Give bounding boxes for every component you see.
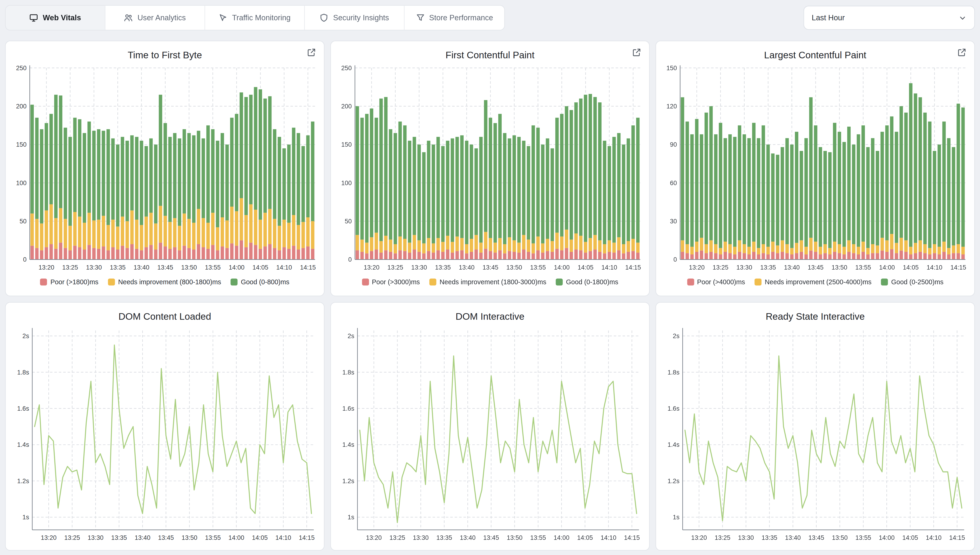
svg-text:60: 60 <box>670 179 677 186</box>
svg-text:13:20: 13:20 <box>41 534 57 541</box>
bar-series <box>681 83 965 260</box>
line-series <box>360 356 637 523</box>
svg-text:1.4s: 1.4s <box>343 441 354 448</box>
y-axis-labels: 1s1.2s1.4s1.6s1.8s2s <box>343 332 354 521</box>
x-axis-labels: 13:2013:2513:3013:3513:4013:4513:5013:55… <box>366 534 640 541</box>
svg-text:13:50: 13:50 <box>832 264 847 271</box>
funnel-icon <box>416 13 425 22</box>
legend-item: Poor (>4000)ms <box>687 278 745 286</box>
charts-grid: Time to First Byte05010015020025013:2013… <box>5 40 975 550</box>
svg-text:14:00: 14:00 <box>554 264 570 271</box>
line-series <box>685 356 962 521</box>
tab-label: Web Vitals <box>43 13 81 22</box>
legend-swatch <box>556 278 563 285</box>
svg-text:14:00: 14:00 <box>229 264 245 271</box>
svg-text:13:30: 13:30 <box>737 264 752 271</box>
y-axis-labels: 1s1.2s1.4s1.6s1.8s2s <box>668 332 679 521</box>
axes <box>355 65 640 260</box>
axes <box>682 328 964 530</box>
svg-text:13:35: 13:35 <box>760 264 776 271</box>
svg-text:13:25: 13:25 <box>64 534 80 541</box>
svg-text:1s: 1s <box>673 514 679 521</box>
grid-lines <box>30 68 315 260</box>
legend-label: Poor (>4000)ms <box>697 278 745 286</box>
tab-store-performance[interactable]: Store Performance <box>405 6 504 30</box>
legend-item: Good (0-2500)ms <box>881 278 943 286</box>
tab-web-vitals[interactable]: Web Vitals <box>6 6 105 30</box>
svg-text:13:35: 13:35 <box>110 264 126 271</box>
svg-text:14:15: 14:15 <box>950 264 966 271</box>
legend-swatch <box>881 278 888 285</box>
tab-label: Security Insights <box>333 13 389 22</box>
svg-text:150: 150 <box>666 64 677 72</box>
legend-swatch <box>40 278 47 285</box>
legend-item: Good (0-800)ms <box>231 278 290 286</box>
svg-text:13:25: 13:25 <box>713 264 729 271</box>
chart-title: Time to First Byte <box>11 50 319 60</box>
svg-text:250: 250 <box>16 64 27 72</box>
x-axis-labels: 13:2013:2513:3013:3513:4013:4513:5013:55… <box>39 264 316 271</box>
svg-text:90: 90 <box>670 141 677 148</box>
legend-swatch <box>687 278 694 285</box>
svg-text:14:00: 14:00 <box>554 534 570 541</box>
svg-text:100: 100 <box>341 179 352 186</box>
svg-text:13:30: 13:30 <box>411 264 427 271</box>
svg-text:13:35: 13:35 <box>761 534 777 541</box>
external-link-icon[interactable] <box>307 48 316 57</box>
svg-text:150: 150 <box>341 141 352 148</box>
svg-text:14:00: 14:00 <box>879 264 895 271</box>
svg-text:13:40: 13:40 <box>784 264 800 271</box>
time-range-select[interactable]: Last Hour <box>803 6 975 30</box>
legend-item: Needs improvement (2500-4000)ms <box>755 278 871 286</box>
chart-canvas: 05010015020025013:2013:2513:3013:3513:40… <box>336 63 644 276</box>
tab-label: User Analytics <box>137 13 186 22</box>
external-link-icon[interactable] <box>957 48 967 57</box>
monitor-icon <box>29 13 38 22</box>
tab-traffic-monitoring[interactable]: Traffic Monitoring <box>205 6 305 30</box>
legend-label: Poor (>3000)ms <box>372 278 420 286</box>
pointer-icon <box>219 13 228 22</box>
external-link-icon[interactable] <box>632 48 642 57</box>
svg-text:120: 120 <box>666 103 677 110</box>
svg-text:1.8s: 1.8s <box>17 369 29 376</box>
bar-series <box>356 94 639 260</box>
svg-text:14:05: 14:05 <box>253 264 269 271</box>
chart-canvas: 1s1.2s1.4s1.6s1.8s2s13:2013:2513:3013:35… <box>11 324 319 546</box>
svg-text:1s: 1s <box>348 514 354 521</box>
svg-text:13:50: 13:50 <box>182 534 198 541</box>
tab-label: Store Performance <box>429 13 493 22</box>
svg-text:13:30: 13:30 <box>738 534 754 541</box>
line-series <box>35 345 311 513</box>
chart-title: DOM Interactive <box>336 311 644 322</box>
svg-text:13:40: 13:40 <box>135 534 151 541</box>
tab-user-analytics[interactable]: User Analytics <box>106 6 205 30</box>
legend-swatch <box>755 278 761 285</box>
svg-text:14:00: 14:00 <box>879 534 895 541</box>
svg-text:13:50: 13:50 <box>181 264 197 271</box>
svg-text:13:35: 13:35 <box>111 534 127 541</box>
svg-text:13:20: 13:20 <box>691 534 707 541</box>
svg-text:13:50: 13:50 <box>507 534 523 541</box>
legend-item: Poor (>3000)ms <box>362 278 420 286</box>
axes <box>30 65 315 260</box>
legend-item: Needs improvement (1800-3000)ms <box>429 278 546 286</box>
legend-item: Good (0-1800)ms <box>556 278 618 286</box>
tab-security-insights[interactable]: Security Insights <box>305 6 405 30</box>
svg-text:13:25: 13:25 <box>389 534 405 541</box>
chart-title: Ready State Interactive <box>661 311 969 322</box>
time-range-value: Last Hour <box>812 13 845 22</box>
svg-text:13:35: 13:35 <box>435 264 451 271</box>
svg-text:13:50: 13:50 <box>506 264 522 271</box>
legend-swatch <box>429 278 436 285</box>
svg-text:1s: 1s <box>23 514 29 521</box>
svg-text:30: 30 <box>670 218 677 225</box>
svg-text:13:45: 13:45 <box>808 264 824 271</box>
x-axis-labels: 13:2013:2513:3013:3513:4013:4513:5013:55… <box>41 534 315 541</box>
y-axis-labels: 050100150200250 <box>16 64 27 263</box>
svg-text:13:45: 13:45 <box>483 264 499 271</box>
svg-text:1.2s: 1.2s <box>17 478 29 484</box>
axes <box>680 65 965 260</box>
svg-text:150: 150 <box>16 141 27 148</box>
svg-text:13:30: 13:30 <box>413 534 429 541</box>
legend-item: Needs improvement (800-1800)ms <box>108 278 221 286</box>
